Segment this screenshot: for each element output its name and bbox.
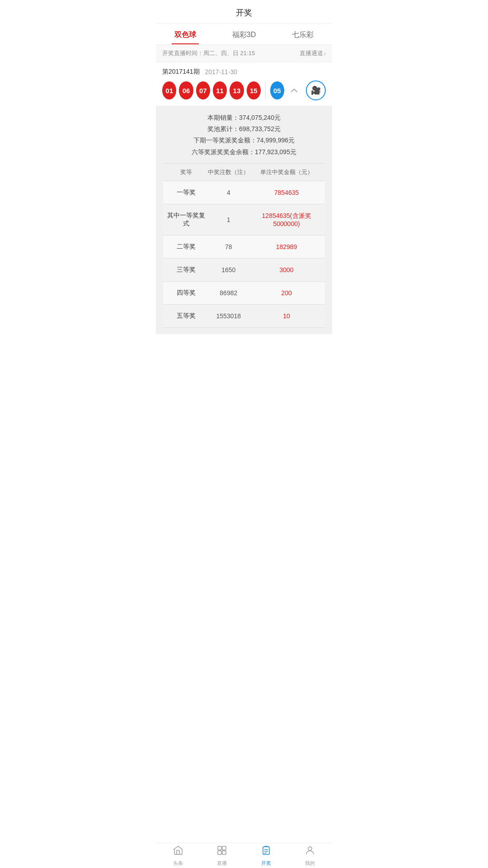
prize-level: 一等奖 [167, 189, 206, 197]
tab-qilecai[interactable]: 七乐彩 [273, 24, 332, 44]
bottom-nav: 头条 直播 开奖 [156, 843, 332, 868]
svg-rect-2 [218, 851, 221, 854]
prize-count: 1553018 [206, 312, 252, 320]
table-row: 其中一等奖复式 1 12854635(含派奖5000000) [163, 204, 325, 236]
issue-number: 第2017141期 [162, 68, 200, 76]
person-icon [305, 845, 315, 859]
prize-amount: 182989 [252, 243, 321, 250]
red-ball-5: 13 [230, 81, 244, 99]
sales-stat: 本期销量：374,075,240元 [163, 112, 325, 123]
prize-amount: 200 [252, 289, 321, 297]
prize-level: 五等奖 [167, 312, 206, 320]
blue-ball: 05 [270, 81, 284, 99]
table-row: 四等奖 86982 200 [163, 282, 325, 305]
tab-fucai3d[interactable]: 福彩3D [215, 24, 273, 44]
nav-item-live[interactable]: 直播 [200, 843, 244, 868]
pool-stat: 奖池累计：698,733,752元 [163, 123, 325, 135]
page-title: 开奖 [236, 8, 252, 17]
prize-count: 1 [206, 216, 252, 223]
issue-date: 2017-11-30 [205, 68, 238, 75]
detail-panel: 本期销量：374,075,240元 奖池累计：698,733,752元 下期一等… [156, 106, 332, 334]
nav-label-lottery: 开奖 [261, 860, 271, 867]
ball-divider [265, 81, 266, 99]
video-button[interactable]: 🎥 [306, 80, 326, 100]
prize-count: 4 [206, 189, 252, 196]
prize-count: 78 [206, 243, 252, 250]
prize-count: 86982 [206, 289, 252, 297]
broadcast-link[interactable]: 直播通道 › [300, 49, 326, 57]
svg-rect-3 [222, 851, 226, 854]
red-ball-4: 11 [213, 81, 227, 99]
svg-rect-0 [218, 846, 221, 850]
red-ball-2: 06 [179, 81, 193, 99]
balls-row: 01 06 07 11 13 15 05 🎥 [162, 80, 326, 106]
grid-icon [216, 845, 227, 859]
prize-amount: 10 [252, 312, 321, 320]
chevron-right-icon: › [324, 50, 326, 57]
prize-level: 二等奖 [167, 243, 206, 251]
red-ball-1: 01 [162, 81, 176, 99]
col-amount: 单注中奖金额（元） [252, 168, 321, 176]
detail-stats: 本期销量：374,075,240元 奖池累计：698,733,752元 下期一等… [163, 112, 325, 158]
nav-label-mine: 我的 [305, 860, 315, 867]
table-row: 三等奖 1650 3000 [163, 259, 325, 282]
clipboard-icon [261, 845, 272, 859]
collapse-button[interactable] [287, 83, 301, 98]
issue-info: 第2017141期 2017-11-30 [162, 68, 326, 76]
col-count: 中奖注数（注） [206, 168, 252, 176]
table-row: 一等奖 4 7854635 [163, 181, 325, 204]
nav-item-lottery[interactable]: 开奖 [244, 843, 288, 868]
col-level: 奖等 [167, 168, 206, 176]
prize-level: 四等奖 [167, 289, 206, 297]
prize-table: 奖等 中奖注数（注） 单注中奖金额（元） 一等奖 4 7854635 其中一等奖… [163, 163, 325, 328]
broadcast-bar: 开奖直播时间：周二、四、日 21:15 直播通道 › [156, 45, 332, 62]
issue-section: 第2017141期 2017-11-30 01 06 07 11 13 15 0… [156, 62, 332, 106]
tab-shuangseqiu[interactable]: 双色球 [156, 24, 215, 44]
red-ball-3: 07 [196, 81, 210, 99]
table-row: 五等奖 1553018 10 [163, 305, 325, 328]
controls: 🎥 [287, 80, 326, 100]
nav-item-mine[interactable]: 我的 [288, 843, 333, 868]
prize-amount: 12854635(含派奖5000000) [252, 212, 321, 227]
next-first-stat: 下期一等奖派奖金额：74,999,996元 [163, 135, 325, 146]
nav-label-live: 直播 [217, 860, 227, 867]
table-header: 奖等 中奖注数（注） 单注中奖金额（元） [163, 163, 325, 181]
prize-rows: 一等奖 4 7854635 其中一等奖复式 1 12854635(含派奖5000… [163, 181, 325, 328]
broadcast-time: 开奖直播时间：周二、四、日 21:15 [162, 49, 255, 57]
table-row: 二等奖 78 182989 [163, 236, 325, 259]
video-icon: 🎥 [311, 85, 321, 95]
home-icon [173, 845, 183, 859]
svg-point-8 [308, 847, 312, 850]
tab-bar: 双色球 福彩3D 七乐彩 [156, 24, 332, 45]
prize-level: 三等奖 [167, 266, 206, 274]
sixth-remain-stat: 六等奖派奖奖金余额：177,923,095元 [163, 146, 325, 158]
prize-level: 其中一等奖复式 [167, 212, 206, 228]
nav-label-news: 头条 [173, 860, 183, 867]
nav-item-news[interactable]: 头条 [156, 843, 200, 868]
svg-rect-1 [222, 846, 226, 850]
page-header: 开奖 [156, 0, 332, 24]
prize-count: 1650 [206, 266, 252, 274]
prize-amount: 3000 [252, 266, 321, 274]
red-ball-6: 15 [247, 81, 261, 99]
prize-amount: 7854635 [252, 189, 321, 196]
